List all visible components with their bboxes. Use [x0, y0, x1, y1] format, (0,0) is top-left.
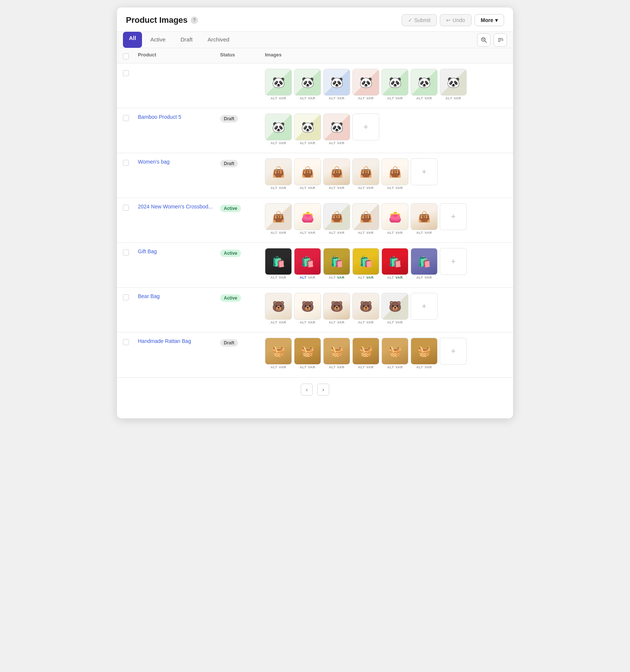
add-image-button[interactable]: + — [440, 203, 467, 230]
add-image-button[interactable]: + — [440, 338, 467, 365]
image-box[interactable]: 👛 — [294, 203, 321, 230]
image-box[interactable]: 👜 — [265, 203, 292, 230]
row-checkbox[interactable] — [123, 160, 129, 166]
image-thumb[interactable]: 👜 ALT VAR — [352, 203, 379, 235]
image-thumb[interactable]: 🛍️ ALT VAR — [352, 248, 379, 279]
image-thumb[interactable]: 🛍️ ALT VAR — [323, 248, 350, 279]
add-image-button[interactable]: + — [411, 293, 438, 320]
image-box[interactable]: 🐼 — [294, 114, 321, 140]
image-thumb[interactable]: 🐻 ALT VAR — [323, 293, 350, 324]
image-thumb[interactable]: 🐻 ALT VAR — [265, 293, 292, 324]
image-thumb[interactable]: 🛍️ ALT VAR — [294, 248, 321, 279]
product-name-link[interactable]: Handmade Rattan Bag — [138, 337, 191, 344]
image-thumb[interactable]: 🐼 ALT VAR — [323, 114, 350, 145]
add-image-button[interactable]: + — [352, 114, 379, 140]
image-thumb[interactable]: 👜 ALT VAR — [265, 158, 292, 190]
tab-all[interactable]: All — [123, 32, 142, 48]
image-thumb[interactable]: 👜 ALT VAR — [382, 158, 408, 190]
more-button[interactable]: More ▾ — [475, 14, 504, 26]
image-box[interactable]: 🐻 — [294, 293, 321, 320]
image-box[interactable]: 👛 — [382, 203, 408, 230]
image-box[interactable]: 🐻 — [382, 293, 408, 320]
image-box[interactable]: 🛍️ — [411, 248, 438, 275]
row-checkbox[interactable] — [123, 205, 129, 211]
image-box[interactable]: 🐼 — [440, 69, 467, 96]
image-box[interactable]: 👜 — [323, 203, 350, 230]
image-box[interactable]: 👜 — [265, 158, 292, 185]
image-thumb[interactable]: 🐼 ALT VAR — [352, 69, 379, 100]
image-thumb[interactable]: 🐼 ALT VAR — [294, 69, 321, 100]
image-thumb[interactable]: 🐼 ALT VAR — [294, 114, 321, 145]
sort-icon[interactable] — [494, 33, 507, 47]
image-thumb[interactable]: 👜 ALT VAR — [352, 158, 379, 190]
product-name-link[interactable]: Women's bag — [138, 157, 170, 165]
row-checkbox[interactable] — [123, 294, 129, 300]
image-thumb[interactable]: 🧺 ALT VAR — [294, 338, 321, 369]
image-thumb[interactable]: 👜 ALT VAR — [265, 203, 292, 235]
image-thumb[interactable]: 🧺 ALT VAR — [382, 338, 408, 369]
image-box[interactable]: 🛍️ — [352, 248, 379, 275]
image-thumb[interactable]: 🐼 ALT VAR — [411, 69, 438, 100]
image-box[interactable]: 🛍️ — [294, 248, 321, 275]
image-thumb[interactable]: 🐻 ALT VAR — [294, 293, 321, 324]
image-box[interactable]: 🧺 — [382, 338, 408, 365]
image-box[interactable]: 👜 — [382, 158, 408, 185]
image-box[interactable]: 🛍️ — [382, 248, 408, 275]
image-thumb[interactable]: 🧺 ALT VAR — [265, 338, 292, 369]
undo-button[interactable]: ↩ Undo — [440, 14, 471, 26]
row-checkbox[interactable] — [123, 250, 129, 256]
image-thumb[interactable]: 🛍️ ALT VAR — [382, 248, 408, 279]
image-box[interactable]: 🧺 — [265, 338, 292, 365]
image-box[interactable]: 🐻 — [323, 293, 350, 320]
tab-archived[interactable]: Archived — [201, 32, 236, 48]
image-thumb[interactable]: 🛍️ ALT VAR — [265, 248, 292, 279]
help-icon[interactable]: ? — [191, 16, 198, 24]
tab-draft[interactable]: Draft — [174, 32, 200, 48]
search-filter-icon[interactable] — [477, 33, 491, 47]
image-box[interactable]: 👜 — [352, 158, 379, 185]
product-name-link[interactable]: Gift Bag — [138, 247, 157, 254]
image-thumb[interactable]: 🧺 ALT VAR — [323, 338, 350, 369]
add-image-button[interactable]: + — [411, 158, 438, 185]
image-box[interactable]: 🐼 — [382, 69, 408, 96]
image-box[interactable]: 👜 — [323, 158, 350, 185]
image-thumb[interactable]: 👜 ALT VAR — [323, 158, 350, 190]
image-thumb[interactable]: 🐼 ALT VAR — [382, 69, 408, 100]
image-thumb[interactable]: 👜 ALT VAR — [411, 203, 438, 235]
product-name-link[interactable]: Bamboo Product 5 — [138, 112, 181, 120]
image-thumb[interactable]: 🐻 ALT VAR — [352, 293, 379, 324]
image-box[interactable]: 🐼 — [323, 69, 350, 96]
image-box[interactable]: 🛍️ — [265, 248, 292, 275]
image-box[interactable]: 🧺 — [352, 338, 379, 365]
image-thumb[interactable]: 👜 ALT VAR — [294, 158, 321, 190]
image-box[interactable]: 🐼 — [294, 69, 321, 96]
image-box[interactable]: 🧺 — [411, 338, 438, 365]
image-thumb[interactable]: 👛 ALT VAR — [294, 203, 321, 235]
image-box[interactable]: 👜 — [294, 158, 321, 185]
image-box[interactable]: 🐼 — [323, 114, 350, 140]
image-box[interactable]: 🐼 — [411, 69, 438, 96]
image-box[interactable]: 🐻 — [265, 293, 292, 320]
row-checkbox[interactable] — [123, 339, 129, 345]
next-page-button[interactable]: › — [317, 384, 329, 396]
image-box[interactable]: 🐼 — [352, 69, 379, 96]
image-thumb[interactable]: 🐼 ALT VAR — [323, 69, 350, 100]
tab-active[interactable]: Active — [143, 32, 172, 48]
prev-page-button[interactable]: ‹ — [301, 384, 313, 396]
image-box[interactable]: 👜 — [411, 203, 438, 230]
image-box[interactable]: 🛍️ — [323, 248, 350, 275]
submit-button[interactable]: ✓ Submit — [402, 14, 437, 26]
image-box[interactable]: 🐻 — [352, 293, 379, 320]
image-box[interactable]: 🧺 — [294, 338, 321, 365]
image-thumb[interactable]: 🛍️ ALT VAR — [411, 248, 438, 279]
product-name-link[interactable]: 2024 New Women's Crossbod... — [138, 202, 213, 210]
add-image-button[interactable]: + — [440, 248, 467, 275]
image-box[interactable]: 🐼 — [265, 114, 292, 140]
image-thumb[interactable]: 🧺 ALT VAR — [352, 338, 379, 369]
row-checkbox[interactable] — [123, 70, 129, 76]
image-thumb[interactable]: 🐼 ALT VAR — [265, 69, 292, 100]
image-thumb[interactable]: 👛 ALT VAR — [382, 203, 408, 235]
image-box[interactable]: 🐼 — [265, 69, 292, 96]
image-thumb[interactable]: 👜 ALT VAR — [323, 203, 350, 235]
image-thumb[interactable]: 🧺 ALT VAR — [411, 338, 438, 369]
